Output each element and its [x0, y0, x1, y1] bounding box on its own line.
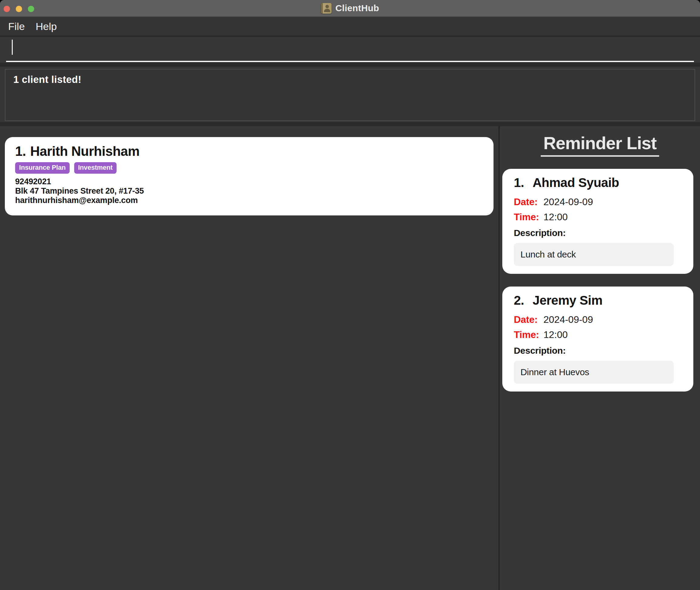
description-label: Description:	[514, 343, 682, 358]
window-title: ClientHub	[336, 3, 379, 13]
reminder-number: 2.	[514, 293, 524, 308]
reminder-card: 2. Jeremy Sim Date: 2024-09-09 Time: 12:…	[502, 287, 693, 392]
reminder-panel: Reminder List 1. Ahmad Syuaib Date: 2024…	[500, 126, 700, 590]
description-box[interactable]: Lunch at deck	[514, 243, 674, 266]
menubar: File Help	[0, 17, 700, 36]
reminder-name: Ahmad Syuaib	[533, 176, 619, 190]
client-name: Harith Nurhisham	[30, 144, 140, 159]
client-list-panel: 1. Harith Nurhisham Insurance Plan Inves…	[0, 126, 498, 590]
separator	[0, 122, 700, 126]
description-box[interactable]: Dinner at Huevos	[514, 361, 674, 384]
client-tags: Insurance Plan Investment	[15, 162, 483, 174]
client-details: 92492021 Blk 47 Tampines Street 20, #17-…	[15, 177, 483, 205]
date-label: Date:	[514, 194, 543, 209]
reminder-list-heading: Reminder List	[541, 133, 660, 157]
client-phone: 92492021	[15, 177, 483, 186]
reminder-title: 2. Jeremy Sim	[514, 293, 682, 308]
reminder-number: 1.	[514, 176, 524, 190]
description-text: Lunch at deck	[520, 249, 576, 260]
reminder-card: 1. Ahmad Syuaib Date: 2024-09-09 Time: 1…	[502, 169, 693, 274]
menu-item-help[interactable]: Help	[36, 21, 57, 32]
client-email: harithnurhisham@example.com	[15, 196, 483, 205]
zoom-button[interactable]	[28, 6, 34, 12]
client-address: Blk 47 Tampines Street 20, #17-35	[15, 186, 483, 196]
minimize-button[interactable]	[16, 6, 22, 12]
status-box: 1 client listed!	[5, 69, 695, 121]
date-label: Date:	[514, 312, 543, 327]
content-area: 1. Harith Nurhisham Insurance Plan Inves…	[0, 126, 700, 590]
search-input[interactable]	[6, 36, 694, 61]
client-card[interactable]: 1. Harith Nurhisham Insurance Plan Inves…	[5, 137, 494, 215]
description-text: Dinner at Huevos	[520, 367, 589, 377]
reminder-time-row: Time: 12:00	[514, 209, 682, 224]
separator	[0, 63, 700, 67]
reminder-title: 1. Ahmad Syuaib	[514, 176, 682, 190]
menu-item-file[interactable]: File	[8, 21, 25, 32]
title-group: ClientHub	[321, 3, 379, 14]
time-label: Time:	[514, 209, 543, 224]
time-label: Time:	[514, 327, 543, 342]
time-value: 12:00	[543, 327, 568, 342]
reminder-date-row: Date: 2024-09-09	[514, 194, 682, 209]
client-number: 1.	[15, 144, 26, 159]
tag-badge: Insurance Plan	[15, 162, 70, 174]
reminder-heading-wrap: Reminder List	[500, 133, 700, 157]
titlebar: ClientHub	[0, 0, 700, 17]
client-name-row: 1. Harith Nurhisham	[15, 144, 483, 159]
time-value: 12:00	[543, 209, 568, 224]
description-label: Description:	[514, 226, 682, 240]
date-value: 2024-09-09	[543, 194, 593, 209]
clienthub-window: ClientHub File Help 1 client listed! 1. …	[0, 0, 700, 590]
reminder-name: Jeremy Sim	[533, 293, 603, 308]
reminder-date-row: Date: 2024-09-09	[514, 312, 682, 327]
contacts-icon	[321, 3, 332, 14]
status-message: 1 client listed!	[13, 74, 687, 85]
reminder-time-row: Time: 12:00	[514, 327, 682, 342]
search-entry[interactable]	[6, 36, 694, 62]
tag-badge: Investment	[74, 162, 116, 174]
close-button[interactable]	[4, 6, 10, 12]
window-controls	[4, 6, 34, 12]
date-value: 2024-09-09	[543, 312, 593, 327]
